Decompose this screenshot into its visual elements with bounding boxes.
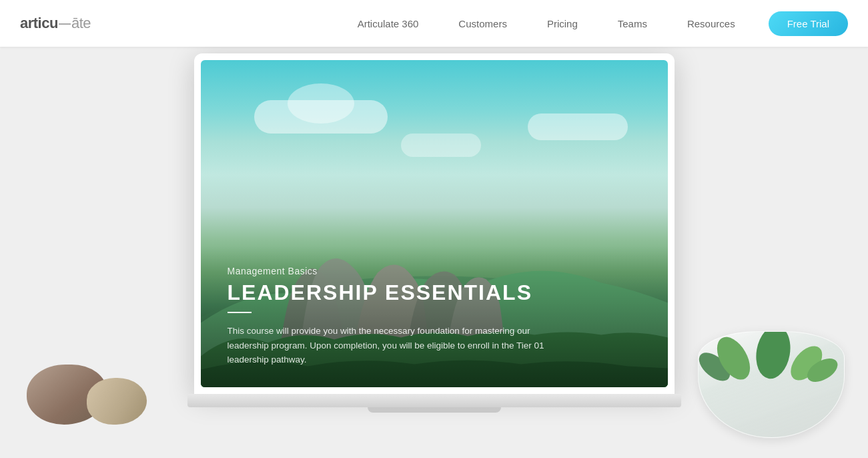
logo[interactable]: articuāte — [20, 15, 91, 32]
nav-link-resources[interactable]: Resources — [667, 18, 755, 29]
laptop-card: Management Basics LEADERSHIP ESSENTIALS … — [194, 53, 675, 407]
nav-link-articulate360[interactable]: Articulate 360 — [338, 18, 439, 29]
cloud-3 — [401, 134, 481, 157]
hero-subtitle: Management Basics — [228, 266, 641, 276]
leaf-2 — [752, 331, 794, 381]
nav-item-pricing[interactable]: Pricing — [527, 18, 598, 29]
plant-bowl — [698, 331, 845, 438]
nav-links: Articulate 360 Customers Pricing Teams R… — [338, 18, 755, 29]
laptop-screen: Management Basics LEADERSHIP ESSENTIALS … — [194, 53, 675, 394]
main-content: Management Basics LEADERSHIP ESSENTIALS … — [0, 47, 868, 458]
nav-item-customers[interactable]: Customers — [438, 18, 527, 29]
cloud-2 — [528, 113, 628, 140]
cloud-1 — [254, 100, 388, 134]
right-decoration — [675, 264, 868, 438]
hero-divider — [228, 312, 252, 313]
hero-text-overlay: Management Basics LEADERSHIP ESSENTIALS … — [201, 246, 668, 387]
hero-title: LEADERSHIP ESSENTIALS — [228, 280, 641, 305]
left-decoration — [0, 298, 180, 431]
nav-item-resources[interactable]: Resources — [667, 18, 755, 29]
plant-leaves — [705, 331, 837, 379]
navbar: articuāte Articulate 360 Customers Prici… — [0, 0, 868, 47]
nav-link-teams[interactable]: Teams — [598, 18, 667, 29]
nav-item-teams[interactable]: Teams — [598, 18, 667, 29]
hero-background: Management Basics LEADERSHIP ESSENTIALS … — [201, 60, 668, 387]
nav-link-customers[interactable]: Customers — [438, 18, 527, 29]
logo-text: articuāte — [20, 15, 91, 32]
laptop-base — [187, 394, 681, 407]
nav-item-articulate360[interactable]: Articulate 360 — [338, 18, 439, 29]
free-trial-button[interactable]: Free Trial — [769, 11, 848, 36]
screen-inner: Management Basics LEADERSHIP ESSENTIALS … — [201, 60, 668, 387]
rock-2 — [87, 378, 147, 425]
hero-description: This course will provide you with the ne… — [228, 324, 548, 367]
nav-link-pricing[interactable]: Pricing — [527, 18, 598, 29]
